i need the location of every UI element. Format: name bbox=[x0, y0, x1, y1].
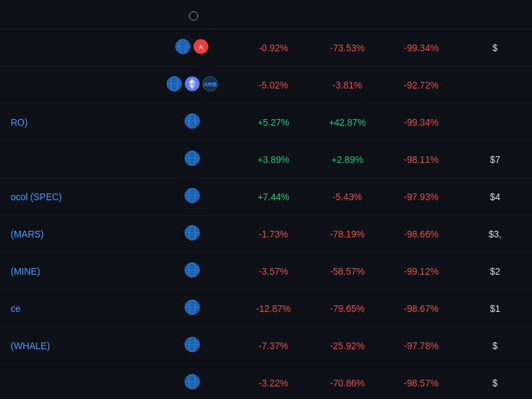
globe-chain-icon bbox=[184, 374, 200, 392]
table-row: RO) +5.27%+42.87%-99.34% bbox=[0, 104, 532, 141]
row-change-1d: -1.73% bbox=[237, 215, 311, 253]
row-change-7d: -73.53% bbox=[311, 29, 384, 66]
row-change-7d: -3.81% bbox=[311, 66, 384, 104]
row-change-7d: -58.57% bbox=[311, 253, 384, 290]
row-chains bbox=[148, 364, 236, 400]
arb-chain-icon: ARB bbox=[202, 76, 218, 94]
row-chains bbox=[148, 178, 236, 215]
row-change-1d: -0.92% bbox=[237, 29, 311, 66]
avax-chain-icon: A bbox=[193, 39, 209, 57]
row-chains bbox=[148, 290, 236, 327]
row-chains bbox=[148, 104, 236, 141]
row-chains: ARB bbox=[148, 66, 236, 104]
globe-chain-icon bbox=[184, 113, 200, 131]
row-change-1m: -98.67% bbox=[384, 290, 458, 327]
row-name[interactable] bbox=[0, 141, 148, 178]
main-table-container: A -0.92%-73.53%-99.34%$ ARB -5.02%-3.81%… bbox=[0, 0, 532, 399]
col-header-7d bbox=[311, 0, 384, 29]
row-change-7d: -79.65% bbox=[311, 290, 384, 327]
svg-text:A: A bbox=[199, 44, 203, 51]
row-change-1m: -92.72% bbox=[384, 66, 458, 104]
col-header-chains bbox=[148, 0, 236, 29]
table-row: -3.22%-70.86%-98.57%$ bbox=[0, 364, 532, 400]
row-change-1m: -97.78% bbox=[384, 327, 458, 364]
row-chains bbox=[148, 253, 236, 290]
row-extra: $7 bbox=[458, 141, 532, 178]
table-row: A -0.92%-73.53%-99.34%$ bbox=[0, 29, 532, 66]
row-extra: $ bbox=[458, 29, 532, 66]
row-change-7d: +42.87% bbox=[311, 104, 384, 141]
globe-chain-icon bbox=[184, 336, 200, 354]
row-name[interactable] bbox=[0, 66, 148, 104]
row-change-1d: -12.87% bbox=[237, 290, 311, 327]
row-change-1m: -98.57% bbox=[384, 364, 458, 400]
eth-chain-icon bbox=[184, 76, 200, 94]
table-row: ce -12.87%-79.65%-98.67%$1 bbox=[0, 290, 532, 327]
row-change-1m: -99.12% bbox=[384, 253, 458, 290]
row-change-7d: -70.86% bbox=[311, 364, 384, 400]
globe-chain-icon bbox=[184, 150, 200, 168]
table-row: (MINE) -3.57%-58.57%-99.12%$2 bbox=[0, 253, 532, 290]
row-change-1d: +7.44% bbox=[237, 178, 311, 215]
row-chains: A bbox=[148, 29, 236, 66]
table-row: ocol (SPEC) +7.44%-5.43%-97.93%$4 bbox=[0, 178, 532, 215]
row-name[interactable] bbox=[0, 364, 148, 400]
row-extra bbox=[458, 66, 532, 104]
row-change-1m: -97.93% bbox=[384, 178, 458, 215]
row-name[interactable] bbox=[0, 29, 148, 66]
row-chains bbox=[148, 141, 236, 178]
crypto-table: A -0.92%-73.53%-99.34%$ ARB -5.02%-3.81%… bbox=[0, 0, 532, 399]
row-change-7d: +2.89% bbox=[311, 141, 384, 178]
row-change-1d: +3.89% bbox=[237, 141, 311, 178]
svg-text:ARB: ARB bbox=[203, 81, 217, 88]
row-name[interactable]: (MARS) bbox=[0, 215, 148, 253]
row-change-1m: -98.66% bbox=[384, 215, 458, 253]
chains-header-group bbox=[186, 11, 198, 21]
row-extra: $3, bbox=[458, 215, 532, 253]
col-header-1d bbox=[237, 0, 311, 29]
row-extra: $1 bbox=[458, 290, 532, 327]
row-change-1d: -5.02% bbox=[237, 66, 311, 104]
chains-info-icon[interactable] bbox=[189, 11, 198, 21]
row-change-7d: -78.19% bbox=[311, 215, 384, 253]
globe-chain-icon bbox=[184, 225, 200, 243]
row-extra: $ bbox=[458, 327, 532, 364]
table-header-row bbox=[0, 0, 532, 29]
row-change-1m: -99.34% bbox=[384, 29, 458, 66]
globe-chain-icon bbox=[184, 262, 200, 280]
globe-chain-icon bbox=[166, 76, 182, 94]
row-extra: $4 bbox=[458, 178, 532, 215]
table-row: (MARS) -1.73%-78.19%-98.66%$3, bbox=[0, 215, 532, 253]
row-chains bbox=[148, 215, 236, 253]
row-name[interactable]: (WHALE) bbox=[0, 327, 148, 364]
table-row: ARB -5.02%-3.81%-92.72% bbox=[0, 66, 532, 104]
row-name[interactable]: ce bbox=[0, 290, 148, 327]
row-change-1d: -7.37% bbox=[237, 327, 311, 364]
row-name[interactable]: (MINE) bbox=[0, 253, 148, 290]
row-extra bbox=[458, 104, 532, 141]
row-name[interactable]: ocol (SPEC) bbox=[0, 178, 148, 215]
table-body: A -0.92%-73.53%-99.34%$ ARB -5.02%-3.81%… bbox=[0, 29, 532, 400]
row-extra: $2 bbox=[458, 253, 532, 290]
row-change-1m: -99.34% bbox=[384, 104, 458, 141]
col-header-extra bbox=[458, 0, 532, 29]
table-row: (WHALE) -7.37%-25.92%-97.78%$ bbox=[0, 327, 532, 364]
globe-chain-icon bbox=[184, 299, 200, 317]
row-change-7d: -5.43% bbox=[311, 178, 384, 215]
col-header-1m bbox=[384, 0, 458, 29]
row-change-1m: -98.11% bbox=[384, 141, 458, 178]
row-change-7d: -25.92% bbox=[311, 327, 384, 364]
row-chains bbox=[148, 327, 236, 364]
row-name[interactable]: RO) bbox=[0, 104, 148, 141]
globe-chain-icon bbox=[184, 188, 200, 205]
row-change-1d: +5.27% bbox=[237, 104, 311, 141]
row-change-1d: -3.57% bbox=[237, 253, 311, 290]
globe-chain-icon bbox=[175, 39, 191, 57]
col-header-name bbox=[0, 0, 148, 29]
row-change-1d: -3.22% bbox=[237, 364, 311, 400]
table-row: +3.89%+2.89%-98.11%$7 bbox=[0, 141, 532, 178]
row-extra: $ bbox=[458, 364, 532, 400]
